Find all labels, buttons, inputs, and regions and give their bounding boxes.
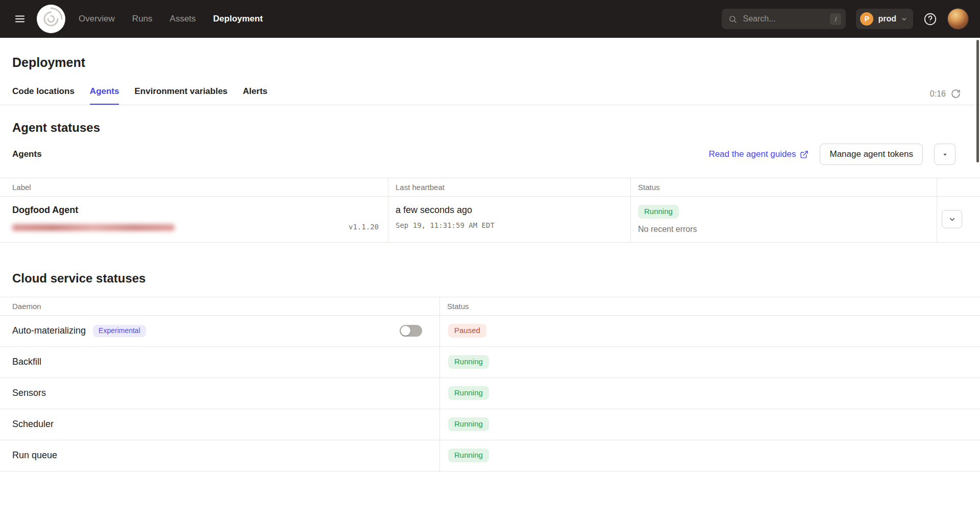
- tabs-row: Code locations Agents Environment variab…: [0, 82, 980, 105]
- status-badge-running: Running: [448, 417, 489, 431]
- agent-id-redacted: [12, 224, 175, 231]
- nav-runs[interactable]: Runs: [132, 14, 153, 24]
- col-actions: [937, 178, 980, 196]
- daemon-row-run-queue: Run queue Running: [0, 440, 980, 471]
- scrollbar-thumb[interactable]: [976, 40, 979, 162]
- daemon-name-cell: Run queue: [0, 440, 439, 471]
- manage-agent-tokens-button[interactable]: Manage agent tokens: [820, 144, 923, 165]
- agent-status-badge: Running: [638, 205, 679, 219]
- agents-table-header: Label Last heartbeat Status: [0, 178, 980, 197]
- daemon-status-cell: Running: [439, 440, 980, 471]
- help-icon: [923, 12, 937, 26]
- auto-materializing-toggle[interactable]: [400, 325, 422, 337]
- agent-label-cell: Dogfood Agent v1.1.20: [0, 197, 388, 242]
- chevron-down-icon: [901, 16, 908, 22]
- caret-down-icon: [942, 151, 948, 158]
- dagster-logo[interactable]: [37, 5, 65, 33]
- nav-assets[interactable]: Assets: [170, 14, 196, 24]
- agent-actions-cell: [937, 197, 980, 242]
- daemon-name-cell: Auto-materializing Experimental: [0, 316, 439, 346]
- daemon-status-cell: Running: [439, 378, 980, 409]
- search-shortcut-key: /: [830, 13, 841, 25]
- status-badge-running: Running: [448, 386, 489, 400]
- agent-version: v1.1.20: [349, 223, 379, 231]
- daemon-name-cell: Backfill: [0, 347, 439, 378]
- refresh-area: 0:16: [930, 89, 961, 105]
- refresh-timer: 0:16: [930, 89, 946, 99]
- daemon-name: Scheduler: [12, 419, 54, 430]
- tab-alerts[interactable]: Alerts: [243, 82, 267, 105]
- navbar-right: / P prod: [722, 8, 969, 30]
- top-navbar: Overview Runs Assets Deployment / P prod: [0, 0, 980, 38]
- search-box: /: [722, 9, 846, 29]
- daemon-row-auto-materializing: Auto-materializing Experimental Paused: [0, 316, 980, 347]
- status-badge-running: Running: [448, 355, 489, 369]
- status-badge-paused: Paused: [448, 324, 486, 338]
- agent-table-row: Dogfood Agent v1.1.20 a few seconds ago …: [0, 197, 980, 243]
- agent-guides-link[interactable]: Read the agent guides: [708, 149, 808, 159]
- external-link-icon: [800, 150, 808, 159]
- agent-actions-menu-button[interactable]: [934, 144, 955, 165]
- primary-nav: Overview Runs Assets Deployment: [79, 14, 263, 24]
- user-avatar[interactable]: [947, 8, 969, 30]
- daemon-status-cell: Running: [439, 409, 980, 440]
- agents-toolbar: Agents Read the agent guides Manage agen…: [0, 142, 980, 167]
- help-button[interactable]: [923, 12, 937, 26]
- chevron-down-icon: [948, 216, 956, 223]
- nav-deployment[interactable]: Deployment: [213, 14, 263, 24]
- search-input[interactable]: [742, 14, 825, 24]
- main-content: Deployment Code locations Agents Environ…: [0, 55, 980, 471]
- col-last-heartbeat: Last heartbeat: [388, 178, 630, 196]
- agent-expand-button[interactable]: [942, 210, 962, 228]
- heartbeat-timestamp: Sep 19, 11:31:59 AM EDT: [396, 221, 623, 229]
- page-title: Deployment: [12, 55, 980, 70]
- nav-overview[interactable]: Overview: [79, 14, 115, 24]
- daemon-status-cell: Running: [439, 347, 980, 378]
- refresh-button[interactable]: [951, 89, 961, 99]
- heartbeat-relative: a few seconds ago: [396, 205, 623, 216]
- daemon-row-scheduler: Scheduler Running: [0, 409, 980, 440]
- search-icon: [728, 15, 737, 23]
- agents-toolbar-actions: Read the agent guides Manage agent token…: [708, 144, 955, 165]
- daemon-row-backfill: Backfill Running: [0, 347, 980, 378]
- dagster-logo-icon: [37, 5, 65, 33]
- tab-environment-variables[interactable]: Environment variables: [134, 82, 227, 105]
- refresh-icon: [951, 89, 961, 99]
- daemon-name: Auto-materializing: [12, 325, 86, 336]
- col-daemon-status: Status: [439, 297, 980, 315]
- cloud-service-statuses-heading: Cloud service statuses: [12, 271, 980, 286]
- agent-heartbeat-cell: a few seconds ago Sep 19, 11:31:59 AM ED…: [388, 197, 630, 242]
- menu-button[interactable]: [8, 7, 32, 31]
- agent-status-cell: Running No recent errors: [630, 197, 937, 242]
- deployment-switcher[interactable]: P prod: [856, 9, 913, 29]
- cloud-table-header: Daemon Status: [0, 297, 980, 316]
- status-badge-running: Running: [448, 449, 489, 462]
- agents-subheading: Agents: [12, 149, 42, 159]
- daemon-status-cell: Paused: [439, 316, 980, 346]
- daemon-name-cell: Scheduler: [0, 409, 439, 440]
- tab-agents[interactable]: Agents: [90, 82, 119, 105]
- daemon-name: Run queue: [12, 450, 57, 461]
- agent-statuses-heading: Agent statuses: [12, 121, 980, 135]
- hamburger-icon: [14, 13, 26, 25]
- daemon-row-sensors: Sensors Running: [0, 378, 980, 409]
- toggle-knob: [401, 326, 410, 336]
- col-label: Label: [0, 178, 388, 196]
- daemon-name: Sensors: [12, 388, 46, 398]
- tab-code-locations[interactable]: Code locations: [12, 82, 75, 105]
- experimental-badge: Experimental: [93, 325, 146, 337]
- col-status: Status: [630, 178, 937, 196]
- daemon-name: Backfill: [12, 357, 41, 367]
- agent-status-note: No recent errors: [638, 225, 929, 234]
- deployment-name: prod: [878, 14, 896, 23]
- daemon-name-cell: Sensors: [0, 378, 439, 409]
- agent-name: Dogfood Agent: [12, 205, 381, 216]
- agent-guides-link-label: Read the agent guides: [708, 149, 796, 159]
- deployment-initial-badge: P: [860, 12, 873, 26]
- tabs: Code locations Agents Environment variab…: [12, 82, 267, 105]
- col-daemon: Daemon: [0, 297, 439, 315]
